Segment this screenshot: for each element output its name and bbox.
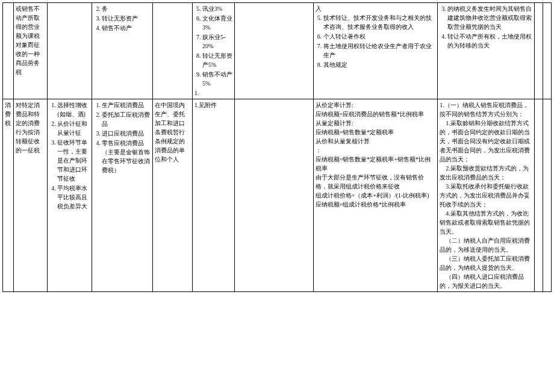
table-row: 消费税 对特定消费品和特定的消费行为按消转额征收的一征税 选择性增收(如烟、酒)… (3, 99, 552, 292)
cell-r1-c7: 入技术转让、技术开发业务和与之相关的技术咨询、技术服务业务取得的收入个人转让著作… (313, 3, 438, 99)
cell-r1-c1: 或销售不动产所取得的营业额为课税对象而征收的一种商品劳务税 (14, 3, 48, 99)
cell-r2-c1: 对特定消费品和特定的消费行为按消转额征收的一征税 (14, 99, 48, 292)
cell-r2-c7: 从价定率计算: 应纳税额=应税消费品的销售额*比例税率 从量定额计算: 应纳税额… (313, 99, 438, 292)
tax-table: 或销售不动产所取得的营业额为课税对象而征收的一种商品劳务税 务转让无形资产销售不… (2, 2, 552, 292)
cell-r2-c2: 选择性增收(如烟、酒)从价计征和从量计征征收环节单一性，主要是在产制环节和进口环… (48, 99, 92, 292)
cell-r1-c0 (3, 3, 14, 99)
cell-r2-c5: 1.见附件 (192, 99, 234, 292)
cell-r2-c8: 1.（一）纳税人销售应税消费品，按不同的销售结算方式分别为： 1.采取赊销和分期… (438, 99, 535, 292)
cell-r1-c10 (543, 3, 551, 99)
cell-r2-c3: 生产应税消费品委托加工应税消费品进口应税消费品零售应税消费品（主要是金银首饰在零… (92, 99, 152, 292)
cell-r2-c10 (543, 99, 551, 292)
cell-r1-c9 (534, 3, 543, 99)
cell-r1-c8: 的纳税义务发生时间为其销售自建建筑物并收讫营业额或取得索取营业额凭据的当天转让不… (438, 3, 535, 99)
cell-r2-c0: 消费税 (3, 99, 14, 292)
cell-r1-c5: 讯业3%文化体育业3%娱乐业5-20%转让无形资产5%销售不动产5%1. (192, 3, 234, 99)
cell-r1-c4 (152, 3, 192, 99)
cell-r2-c9 (534, 99, 543, 292)
cell-r1-c3: 务转让无形资产销售不动产 (92, 3, 152, 99)
cell-r1-c6 (235, 3, 313, 99)
cell-r2-c6 (235, 99, 313, 292)
table-row: 或销售不动产所取得的营业额为课税对象而征收的一种商品劳务税 务转让无形资产销售不… (3, 3, 552, 99)
cell-r2-c4: 在中国境内生产、委托加工和进口条费税暂行条例规定的消费品的单位和个人 (152, 99, 192, 292)
cell-r1-c2 (48, 3, 92, 99)
